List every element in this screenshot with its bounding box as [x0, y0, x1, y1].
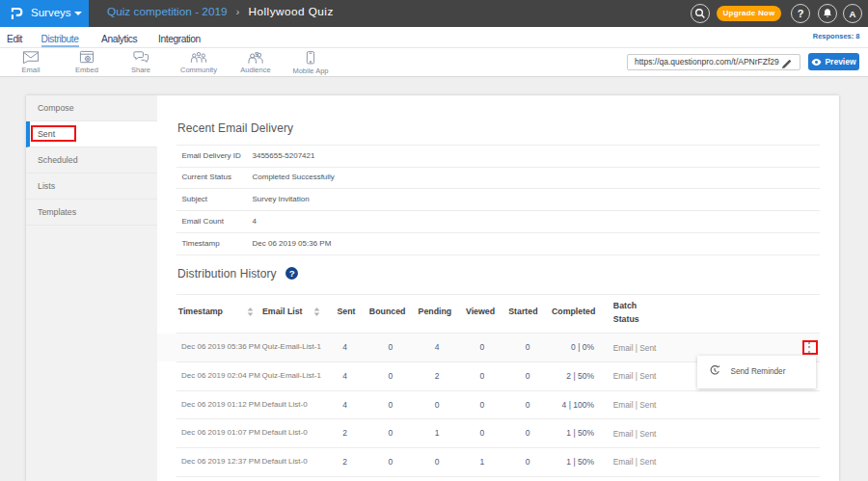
svg-text:?: ? [288, 268, 294, 279]
